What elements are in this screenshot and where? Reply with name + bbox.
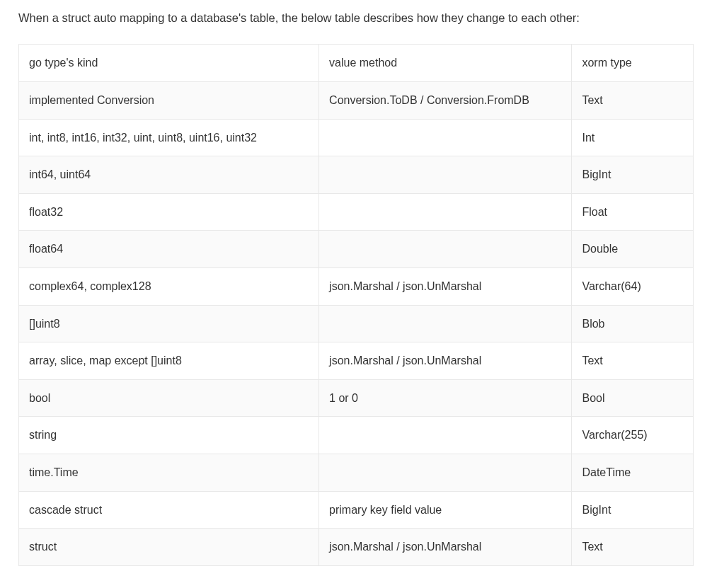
table-row: string Varchar(255): [19, 417, 694, 454]
table-row: float64 Double: [19, 231, 694, 268]
cell-kind: []uint8: [19, 305, 319, 342]
cell-kind: int64, uint64: [19, 156, 319, 194]
type-mapping-table: go type's kind value method xorm type im…: [18, 44, 694, 565]
cell-kind: float64: [19, 231, 319, 268]
cell-xorm: Text: [572, 81, 694, 119]
header-method: value method: [319, 45, 572, 82]
cell-kind: complex64, complex128: [19, 267, 319, 305]
cell-xorm: DateTime: [572, 454, 694, 491]
cell-method: [319, 454, 572, 491]
header-kind: go type's kind: [19, 45, 319, 82]
cell-method: 1 or 0: [319, 379, 572, 417]
cell-xorm: Blob: [572, 305, 694, 342]
table-row: implemented Conversion Conversion.ToDB /…: [19, 81, 694, 119]
cell-xorm: Bool: [572, 379, 694, 417]
table-row: struct json.Marshal / json.UnMarshal Tex…: [19, 529, 694, 566]
table-row: bool 1 or 0 Bool: [19, 379, 694, 417]
table-row: time.Time DateTime: [19, 454, 694, 491]
cell-method: [319, 193, 572, 231]
cell-xorm: Float: [572, 193, 694, 231]
table-row: []uint8 Blob: [19, 305, 694, 342]
table-row: cascade struct primary key field value B…: [19, 491, 694, 529]
cell-method: Conversion.ToDB / Conversion.FromDB: [319, 81, 572, 119]
cell-xorm: Text: [572, 529, 694, 566]
table-row: complex64, complex128 json.Marshal / jso…: [19, 267, 694, 305]
cell-method: [319, 417, 572, 454]
cell-method: json.Marshal / json.UnMarshal: [319, 342, 572, 380]
cell-kind: int, int8, int16, int32, uint, uint8, ui…: [19, 119, 319, 156]
cell-xorm: BigInt: [572, 156, 694, 194]
intro-paragraph: When a struct auto mapping to a database…: [18, 8, 694, 27]
cell-kind: float32: [19, 193, 319, 231]
table-row: int, int8, int16, int32, uint, uint8, ui…: [19, 119, 694, 156]
cell-xorm: Varchar(255): [572, 417, 694, 454]
cell-method: [319, 231, 572, 268]
cell-kind: cascade struct: [19, 491, 319, 529]
cell-kind: time.Time: [19, 454, 319, 491]
cell-kind: string: [19, 417, 319, 454]
cell-method: primary key field value: [319, 491, 572, 529]
cell-kind: implemented Conversion: [19, 81, 319, 119]
cell-xorm: Varchar(64): [572, 267, 694, 305]
cell-method: json.Marshal / json.UnMarshal: [319, 529, 572, 566]
cell-xorm: Text: [572, 342, 694, 380]
cell-method: json.Marshal / json.UnMarshal: [319, 267, 572, 305]
cell-method: [319, 156, 572, 194]
cell-kind: array, slice, map except []uint8: [19, 342, 319, 380]
table-row: float32 Float: [19, 193, 694, 231]
cell-kind: struct: [19, 529, 319, 566]
cell-method: [319, 119, 572, 156]
cell-xorm: Int: [572, 119, 694, 156]
table-row: array, slice, map except []uint8 json.Ma…: [19, 342, 694, 380]
header-xorm: xorm type: [572, 45, 694, 82]
cell-xorm: Double: [572, 231, 694, 268]
table-header-row: go type's kind value method xorm type: [19, 45, 694, 82]
cell-method: [319, 305, 572, 342]
cell-kind: bool: [19, 379, 319, 417]
table-row: int64, uint64 BigInt: [19, 156, 694, 194]
cell-xorm: BigInt: [572, 491, 694, 529]
